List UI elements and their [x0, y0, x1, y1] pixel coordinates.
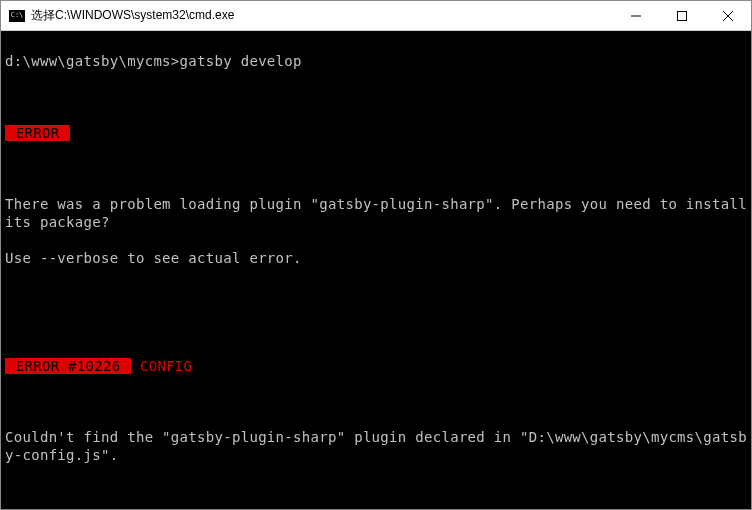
maximize-button[interactable]: [659, 1, 705, 30]
command-text: gatsby develop: [180, 53, 302, 69]
error1-text-1: There was a problem loading plugin "gats…: [5, 196, 747, 232]
error2-text-1: Couldn't find the "gatsby-plugin-sharp" …: [5, 429, 747, 465]
prompt-line: d:\www\gatsby\mycms>gatsby develop: [5, 53, 747, 71]
svg-rect-1: [678, 11, 687, 20]
minimize-button[interactable]: [613, 1, 659, 30]
blank-line: [5, 322, 747, 340]
error1-text-2: Use --verbose to see actual error.: [5, 250, 747, 268]
blank-line: [5, 160, 747, 178]
blank-line: [5, 483, 747, 501]
blank-line: [5, 394, 747, 412]
window-titlebar: 选择C:\WINDOWS\system32\cmd.exe: [1, 1, 751, 31]
error-badge-1: ERROR: [5, 125, 747, 143]
cmd-icon: [9, 10, 25, 22]
window-controls: [613, 1, 751, 30]
blank-line: [5, 286, 747, 304]
blank-line: [5, 89, 747, 107]
window-title: 选择C:\WINDOWS\system32\cmd.exe: [31, 7, 613, 24]
error-badge-2: ERROR #10226 CONFIG: [5, 358, 747, 376]
close-button[interactable]: [705, 1, 751, 30]
cwd-prompt: d:\www\gatsby\mycms>: [5, 53, 180, 69]
terminal-output[interactable]: d:\www\gatsby\mycms>gatsby develop ERROR…: [1, 31, 751, 510]
